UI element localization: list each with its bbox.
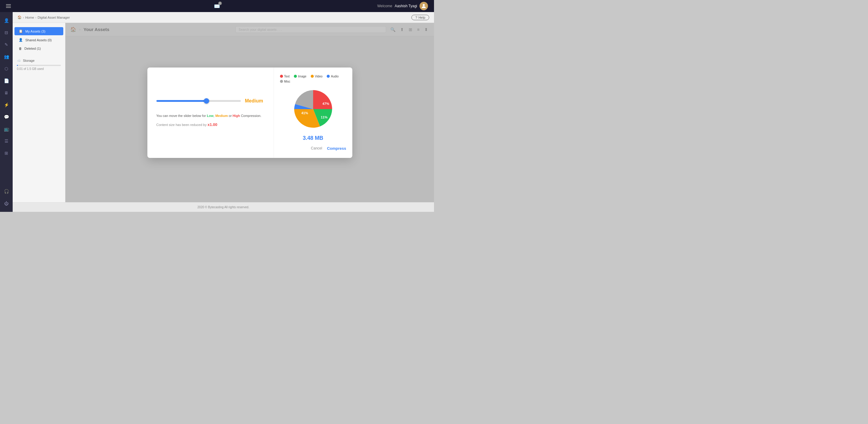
- legend-dot-video: [311, 75, 314, 78]
- nav-left: [6, 4, 11, 8]
- chart-legend: Text Image Video: [280, 75, 346, 83]
- legend-dot-audio: [327, 75, 330, 78]
- sidebar-item-table[interactable]: ⊟: [1, 28, 11, 37]
- sidebar-item-edit[interactable]: ✎: [1, 40, 11, 50]
- legend-label-audio: Audio: [331, 75, 339, 78]
- total-size: 3.48 MB: [303, 135, 323, 141]
- pie-chart: 47% 11% 41%: [292, 88, 334, 130]
- welcome-text: Welcome: [377, 4, 393, 8]
- pie-label-image: 11%: [321, 115, 327, 119]
- avatar[interactable]: [420, 2, 428, 10]
- pie-segment-text: [313, 90, 332, 109]
- user-name: Aashish Tyagi: [395, 4, 417, 8]
- legend-label-misc: Misc: [284, 80, 290, 83]
- sidebar-item-monitor[interactable]: 🖥: [1, 88, 11, 98]
- inner-layout: 📋 My Assets (3) 👤 Shared Assets (0) 🗑 De…: [13, 23, 434, 202]
- cloud-icon: ☁️: [17, 58, 21, 62]
- sidebar-item-ai[interactable]: ⚡: [1, 100, 11, 110]
- breadcrumb-home[interactable]: Home: [25, 16, 34, 19]
- deleted-icon: 🗑: [19, 47, 22, 50]
- footer: 2020 © Bytecasting All rights reserved.: [13, 202, 434, 212]
- storage-text: 0.01 of 1.5 GB used: [17, 67, 61, 70]
- storage-title: ☁️ Storage: [17, 58, 61, 62]
- sidebar: 👤 ⊟ ✎ 👥 ⬡ 📄 🖥 ⚡ 💬 📺 ☰ ⊞ 🎧 ⏻: [0, 12, 13, 212]
- legend-image: Image: [294, 75, 307, 78]
- breadcrumb-sep1: ›: [23, 16, 24, 19]
- storage-bar-fill: [17, 65, 18, 66]
- legend-label-video: Video: [315, 75, 322, 78]
- hamburger-menu[interactable]: [6, 4, 11, 8]
- legend-label-text: Text: [284, 75, 290, 78]
- sidebar-item-support[interactable]: 🎧: [1, 186, 11, 196]
- legend-misc: Misc: [280, 80, 290, 83]
- nav-right: Welcome Aashish Tyagi: [377, 2, 428, 10]
- legend-dot-misc: [280, 80, 283, 83]
- sidebar-item-grid[interactable]: ⊞: [1, 148, 11, 158]
- legend-label-image: Image: [298, 75, 307, 78]
- my-assets-item[interactable]: 📋 My Assets (3): [14, 27, 63, 35]
- modal-left: Medium You can move the slider below for…: [147, 67, 274, 158]
- sidebar-item-file[interactable]: 📄: [1, 76, 11, 86]
- pie-label-video: 41%: [301, 111, 308, 115]
- svg-point-0: [423, 4, 425, 6]
- modal-actions: Cancel Compress: [280, 146, 346, 151]
- legend-text: Text: [280, 75, 290, 78]
- shared-assets-item[interactable]: 👤 Shared Assets (0): [14, 36, 63, 44]
- compression-slider[interactable]: [156, 100, 241, 102]
- help-button[interactable]: ? Help: [411, 15, 429, 20]
- breadcrumb: 🏠 › Home › Digital Asset Manager: [18, 16, 70, 19]
- compress-modal: Medium You can move the slider below for…: [147, 67, 352, 158]
- cancel-button[interactable]: Cancel: [311, 146, 322, 150]
- sidebar-item-user[interactable]: 👤: [1, 16, 11, 25]
- sidebar-item-display[interactable]: 📺: [1, 124, 11, 134]
- compression-label: Medium: [245, 98, 263, 104]
- sidebar-item-groups[interactable]: ⬡: [1, 64, 11, 73]
- mail-button[interactable]: ✉️ 0: [214, 3, 220, 9]
- top-nav: ✉️ 0 Welcome Aashish Tyagi: [0, 0, 434, 12]
- footer-text: 2020 © Bytecasting All rights reserved.: [197, 206, 249, 209]
- breadcrumb-bar: 🏠 › Home › Digital Asset Manager ? Help: [13, 12, 434, 23]
- deleted-item[interactable]: 🗑 Deleted (1): [14, 44, 63, 53]
- storage-bar: [17, 65, 61, 66]
- content-area: 🏠 › Home › Digital Asset Manager ? Help …: [13, 12, 434, 212]
- legend-audio: Audio: [327, 75, 339, 78]
- legend-video: Video: [311, 75, 322, 78]
- nav-center: ✉️ 0: [214, 3, 220, 9]
- help-icon: ?: [415, 16, 417, 19]
- sidebar-item-add-user[interactable]: 👥: [1, 52, 11, 61]
- info-text: You can move the slider below for Low, M…: [156, 113, 265, 119]
- main-content: 🏠 › Your Assets Search your digital asse…: [65, 23, 434, 202]
- sidebar-item-power[interactable]: ⏻: [1, 199, 11, 208]
- main-layout: 👤 ⊟ ✎ 👥 ⬡ 📄 🖥 ⚡ 💬 📺 ☰ ⊞ 🎧 ⏻ 🏠 › Home › D…: [0, 12, 434, 212]
- my-assets-icon: 📋: [19, 29, 23, 33]
- breadcrumb-sep2: ›: [35, 16, 36, 19]
- compress-button[interactable]: Compress: [327, 146, 346, 151]
- sidebar-item-list[interactable]: ☰: [1, 136, 11, 146]
- modal-overlay: Medium You can move the slider below for…: [65, 23, 434, 202]
- slider-row: Medium: [156, 98, 265, 104]
- home-icon: 🏠: [18, 16, 22, 19]
- modal-right: Text Image Video: [274, 67, 352, 158]
- reduction-value: x1.00: [208, 122, 218, 127]
- shared-assets-icon: 👤: [19, 38, 23, 42]
- sidebar-item-chat[interactable]: 💬: [1, 112, 11, 122]
- mail-badge: 0: [218, 1, 222, 5]
- pie-label-text: 47%: [322, 102, 329, 105]
- legend-dot-text: [280, 75, 283, 78]
- slider-section: Medium: [156, 98, 265, 106]
- reduction-text: Content size has been reduced by x1.00: [156, 122, 265, 127]
- storage-section: ☁️ Storage 0.01 of 1.5 GB used: [13, 55, 65, 74]
- left-panel: 📋 My Assets (3) 👤 Shared Assets (0) 🗑 De…: [13, 23, 65, 202]
- breadcrumb-current: Digital Asset Manager: [38, 16, 70, 19]
- legend-dot-image: [294, 75, 297, 78]
